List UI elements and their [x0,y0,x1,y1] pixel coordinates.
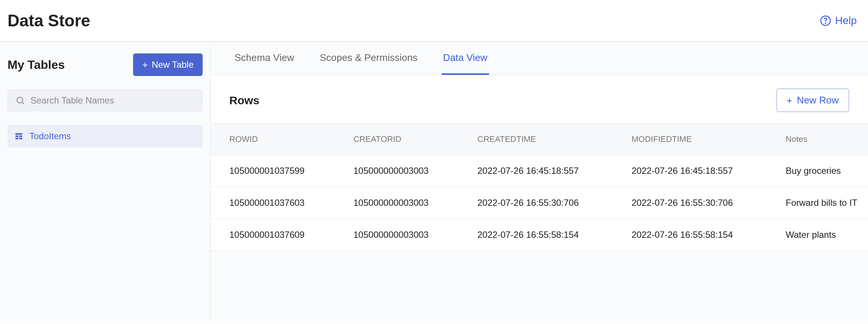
cell-creatorid: 105000000003003 [335,155,459,187]
cell-notes: Water plants [767,219,868,251]
plus-icon: + [142,60,148,70]
search-wrap[interactable] [8,90,203,111]
new-table-label: New Table [151,59,194,70]
table-row[interactable]: 105000001037599 105000000003003 2022-07-… [211,155,868,187]
table-row[interactable]: 105000001037603 105000000003003 2022-07-… [211,187,868,219]
svg-rect-4 [15,133,22,135]
new-row-label: New Row [797,94,839,106]
search-icon [15,96,25,105]
search-input[interactable] [30,95,195,106]
cell-notes: Buy groceries [767,155,868,187]
cell-creatorid: 105000000003003 [335,187,459,219]
svg-rect-5 [15,135,18,137]
sidebar-title: My Tables [8,58,65,72]
svg-point-2 [17,97,23,103]
col-header-modifiedtime[interactable]: MODIFIEDTIME [613,124,767,155]
help-icon [820,15,831,26]
cell-rowid: 105000001037599 [211,155,335,187]
cell-createdtime: 2022-07-26 16:45:18:557 [459,155,613,187]
svg-line-3 [22,102,24,104]
tab-data-view[interactable]: Data View [442,42,489,75]
help-link[interactable]: Help [820,15,857,27]
cell-createdtime: 2022-07-26 16:55:30:706 [459,187,613,219]
table-row[interactable]: 105000001037609 105000000003003 2022-07-… [211,219,868,251]
sidebar: My Tables + New Table TodoItems [0,42,211,321]
new-row-button[interactable]: + New Row [776,88,849,112]
col-header-notes[interactable]: Notes [767,124,868,155]
data-table: ROWID CREATORID CREATEDTIME MODIFIEDTIME… [211,123,868,251]
svg-rect-6 [19,135,22,137]
tabs: Schema View Scopes & Permissions Data Vi… [211,42,868,75]
new-table-button[interactable]: + New Table [133,53,203,76]
main: My Tables + New Table TodoItems Schema V… [0,42,868,321]
help-label: Help [835,15,857,27]
cell-rowid: 105000001037609 [211,219,335,251]
page-title: Data Store [8,11,90,30]
col-header-creatorid[interactable]: CREATORID [335,124,459,155]
rows-title: Rows [229,94,259,107]
svg-rect-7 [15,138,18,139]
cell-modifiedtime: 2022-07-26 16:55:30:706 [613,187,767,219]
tab-scopes-permissions[interactable]: Scopes & Permissions [318,42,419,75]
sidebar-item-label: TodoItems [29,131,71,141]
sidebar-top: My Tables + New Table [8,53,203,76]
col-header-createdtime[interactable]: CREATEDTIME [459,124,613,155]
cell-creatorid: 105000000003003 [335,219,459,251]
tab-schema-view[interactable]: Schema View [233,42,296,75]
rows-head: Rows + New Row [211,75,868,123]
plus-icon: + [787,96,792,105]
header: Data Store Help [0,0,868,42]
content: Schema View Scopes & Permissions Data Vi… [211,42,868,321]
col-header-rowid[interactable]: ROWID [211,124,335,155]
svg-rect-8 [19,138,22,139]
cell-modifiedtime: 2022-07-26 16:45:18:557 [613,155,767,187]
sidebar-item-todoitems[interactable]: TodoItems [8,125,203,148]
table-header-row: ROWID CREATORID CREATEDTIME MODIFIEDTIME… [211,124,868,155]
cell-notes: Forward bills to IT [767,187,868,219]
cell-createdtime: 2022-07-26 16:55:58:154 [459,219,613,251]
table-icon [14,132,23,141]
cell-modifiedtime: 2022-07-26 16:55:58:154 [613,219,767,251]
svg-point-1 [826,23,826,24]
cell-rowid: 105000001037603 [211,187,335,219]
